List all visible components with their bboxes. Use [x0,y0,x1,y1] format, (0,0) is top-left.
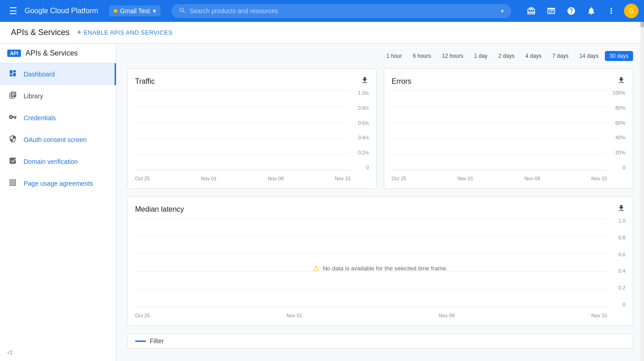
sidebar: API APIs & Services Dashboard Library Cr… [0,44,116,361]
median-latency-title: Median latency [135,205,184,214]
errors-chart-area: 100% 80% 60% 40% 20% 0 Oct 25 Nov 01 Nov… [392,90,625,181]
project-name: Gmail Test [120,7,150,15]
enable-apis-button[interactable]: + ENABLE APIS AND SERVICES [77,28,172,37]
collapse-sidebar-btn[interactable]: ◁ [0,343,116,361]
enable-apis-label: ENABLE APIS AND SERVICES [84,29,172,36]
errors-chart-title: Errors [392,77,412,86]
sidebar-item-domain[interactable]: Domain verification [0,151,116,173]
time-btn-12h[interactable]: 12 hours [438,51,468,61]
traffic-x-label-2: Nov 08 [268,176,284,181]
filter-bar: Filter [127,333,633,349]
traffic-chart-title: Traffic [135,77,155,86]
sidebar-item-label-credentials: Credentials [24,114,56,122]
median-latency-download-button[interactable] [617,204,625,214]
time-btn-1h[interactable]: 1 hour [382,51,407,61]
brand-title: Google Cloud Platform [25,7,98,15]
search-icon [179,7,186,15]
sidebar-item-label-domain: Domain verification [24,158,78,165]
time-btn-2d[interactable]: 2 days [494,51,519,61]
credentials-icon [7,113,18,123]
search-input[interactable] [190,7,493,15]
api-badge: API [7,50,21,57]
notification-button[interactable] [582,2,600,20]
errors-download-button[interactable] [617,76,625,86]
main-layout: API APIs & Services Dashboard Library Cr… [0,44,644,361]
search-bar[interactable]: ▾ [171,4,511,18]
traffic-download-button[interactable] [361,76,369,86]
plus-icon: + [77,28,82,37]
scrollbar-track [640,0,644,361]
errors-y-label-0: 100% [609,90,625,96]
traffic-y-label-3: 0.4/s [352,135,369,140]
help-button[interactable] [562,2,580,20]
project-chevron-icon: ▾ [153,7,156,15]
errors-y-label-1: 80% [609,105,625,111]
median-latency-plot [135,218,607,307]
sidebar-item-credentials[interactable]: Credentials [0,107,116,129]
median-latency-chart-area: ⚠ No data is available for the selected … [135,218,625,318]
latency-y-label-0: 1.0 [609,218,625,224]
time-btn-1d[interactable]: 1 day [470,51,492,61]
latency-x-label-3: Nov 15 [591,313,607,318]
errors-y-label-4: 20% [609,150,625,155]
latency-x-label-1: Nov 01 [287,313,302,318]
sidebar-api-header: API APIs & Services [0,44,116,63]
warning-icon: ⚠ [313,264,319,273]
traffic-y-label-5: 0 [352,165,369,170]
oauth-icon [7,135,18,145]
traffic-x-label-3: Nov 15 [335,176,351,181]
latency-y-label-1: 0.8 [609,235,625,240]
charts-row: Traffic 1.0/s 0.8/s [127,68,633,189]
sidebar-item-oauth[interactable]: OAuth consent screen [0,129,116,151]
latency-x-label-2: Nov 08 [439,313,455,318]
traffic-x-label-0: Oct 25 [135,176,150,181]
sidebar-item-dashboard[interactable]: Dashboard [0,63,116,85]
sidebar-api-title: APIs & Services [25,49,78,57]
filter-label: Filter [150,337,164,345]
latency-y-labels: 1.0 0.8 0.6 0.4 0.2 0 [609,218,625,307]
project-selector[interactable]: Gmail Test ▾ [109,5,161,16]
time-btn-7d[interactable]: 7 days [548,51,573,61]
avatar[interactable]: G [624,4,639,18]
sub-header: APIs & Services + ENABLE APIS AND SERVIC… [0,22,644,44]
errors-x-labels: Oct 25 Nov 01 Nov 08 Nov 15 [392,176,607,181]
median-latency-card: Median latency ⚠ No data is available fo… [127,196,633,326]
time-btn-14d[interactable]: 14 days [575,51,603,61]
no-data-text: No data is available for the selected ti… [323,265,448,272]
dashboard-icon [7,69,18,80]
more-button[interactable] [602,2,620,20]
traffic-chart-area: 1.0/s 0.8/s 0.6/s 0.4/s 0.2/s 0 Oct 25 N… [135,90,369,181]
errors-x-label-0: Oct 25 [392,176,406,181]
median-latency-header: Median latency [135,204,625,214]
sidebar-item-label-oauth: OAuth consent screen [24,136,87,143]
gift-button[interactable] [522,2,540,20]
top-nav-icons: G [522,2,639,20]
hamburger-icon[interactable]: ☰ [5,2,21,20]
errors-x-label-1: Nov 01 [458,176,473,181]
traffic-y-label-4: 0.2/s [352,150,369,155]
traffic-chart-plot [135,90,351,170]
sidebar-item-library[interactable]: Library [0,85,116,107]
sidebar-item-page-usage[interactable]: Page usage agreements [0,173,116,194]
traffic-y-label-1: 0.8/s [352,105,369,111]
page-usage-icon [7,178,18,189]
errors-y-labels: 100% 80% 60% 40% 20% 0 [609,90,625,170]
latency-y-label-3: 0.4 [609,268,625,274]
project-dot [114,9,117,13]
latency-x-label-0: Oct 25 [135,313,150,318]
errors-x-label-2: Nov 08 [524,176,540,181]
page-title: APIs & Services [11,28,70,37]
traffic-chart-card: Traffic 1.0/s 0.8/s [127,68,377,189]
search-chevron-icon[interactable]: ▾ [501,7,504,15]
traffic-y-label-0: 1.0/s [352,90,369,96]
latency-y-label-5: 0 [609,302,625,307]
errors-y-label-2: 60% [609,120,625,126]
errors-x-label-3: Nov 15 [591,176,607,181]
time-btn-30d[interactable]: 30 days [605,51,633,61]
time-btn-6h[interactable]: 6 hours [408,51,436,61]
top-nav: ☰ Google Cloud Platform Gmail Test ▾ ▾ G [0,0,644,22]
time-btn-4d[interactable]: 4 days [521,51,546,61]
errors-y-label-3: 40% [609,135,625,140]
terminal-button[interactable] [542,2,560,20]
filter-bar-line [135,341,146,342]
